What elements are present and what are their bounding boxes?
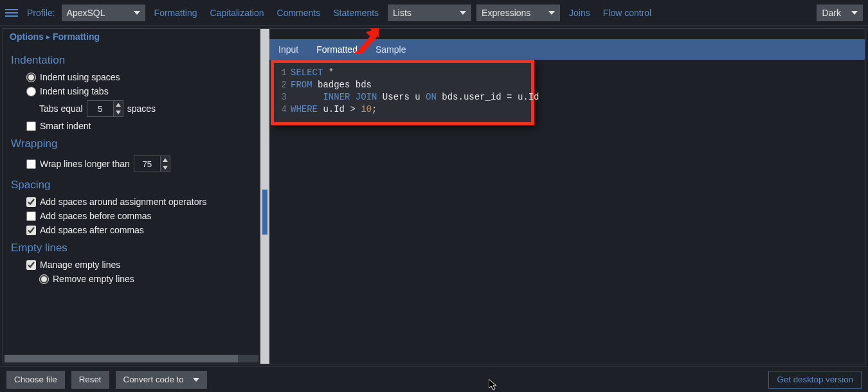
svg-marker-0 [116,103,121,107]
checkbox-wrap[interactable] [26,159,36,169]
opt-label: Indent using tabs [40,86,109,96]
spinner-up-icon[interactable] [161,156,170,164]
options-panel: Options ▸ Formatting Indentation Indent … [3,29,260,364]
profile-dropdown[interactable]: ApexSQL [62,4,145,21]
tab-formatted[interactable]: Formatted [315,42,359,57]
splitter[interactable] [260,29,269,364]
svg-marker-2 [163,158,168,162]
spinner-down-icon[interactable] [114,109,123,116]
radio-indent-spaces[interactable] [26,73,36,82]
nav-capitalization[interactable]: Capitalization [206,5,268,21]
get-desktop-button[interactable]: Get desktop version [768,371,862,389]
nav-joins[interactable]: Joins [565,5,594,21]
chevron-right-icon: ▸ [46,33,50,41]
theme-dropdown[interactable]: Dark [817,4,863,21]
editor-area: Input Formatted Sample 1SELECT *2FROM ba… [269,29,865,364]
chevron-down-icon [460,11,466,15]
opt-label: Remove empty lines [53,274,134,284]
opt-space-assign[interactable]: Add spaces around assignment operators [26,197,252,207]
opt-remove-empty[interactable]: Remove empty lines [39,274,252,284]
checkbox-manage-empty[interactable] [26,260,36,270]
bottombar: Choose file Reset Convert code to Get de… [0,366,868,392]
wrap-input[interactable] [134,156,160,172]
code-line: 3 INNER JOIN Users u ON bds.user_id = u.… [278,91,526,103]
tab-sample[interactable]: Sample [374,42,407,57]
spinner-up-icon[interactable] [114,101,123,109]
nav-comments[interactable]: Comments [273,5,325,21]
convert-dropdown[interactable]: Convert code to [116,371,207,389]
opt-manage-empty[interactable]: Manage empty lines [26,260,252,270]
opt-label: spaces [127,103,156,114]
horizontal-scrollbar[interactable] [5,355,258,362]
profile-label: Profile: [27,8,55,18]
tab-input[interactable]: Input [277,42,300,57]
splitter-handle-icon[interactable] [262,190,267,235]
convert-label: Convert code to [123,375,184,384]
chevron-down-icon [851,11,858,15]
chevron-down-icon [548,11,555,15]
expressions-dropdown[interactable]: Expressions [476,4,560,21]
checkbox-space-before-commas[interactable] [26,211,36,221]
lists-dropdown[interactable]: Lists [388,4,471,21]
editor-tabbar: Input Formatted Sample [269,39,865,60]
radio-remove-empty[interactable] [39,274,49,284]
chevron-down-icon [134,11,140,15]
nav-statements[interactable]: Statements [329,5,383,21]
opt-label: Wrap lines longer than [40,159,130,169]
options-scroll[interactable]: Indentation Indent using spaces Indent u… [3,45,260,355]
nav-flow-control[interactable]: Flow control [599,5,655,21]
opt-space-after-commas[interactable]: Add spaces after commas [26,225,252,235]
theme-value: Dark [822,8,841,18]
checkbox-space-after-commas[interactable] [26,226,36,235]
opt-label: Add spaces around assignment operators [40,197,206,207]
opt-label: Smart indent [40,121,91,131]
nav-formatting[interactable]: Formatting [150,5,201,21]
reset-button[interactable]: Reset [71,371,109,389]
breadcrumb-leaf: Formatting [53,31,100,42]
checkbox-space-assign[interactable] [26,197,36,207]
opt-indent-spaces[interactable]: Indent using spaces [26,72,252,82]
choose-file-button[interactable]: Choose file [6,371,65,389]
svg-marker-1 [116,111,121,114]
tabs-equal-input[interactable] [87,101,113,116]
tabs-equal-spinner[interactable] [87,100,123,117]
opt-label: Manage empty lines [40,260,120,270]
opt-wrap-lines[interactable]: Wrap lines longer than [26,156,252,172]
breadcrumb: Options ▸ Formatting [3,29,260,45]
code-line: 4WHERE u.Id > 10; [278,103,526,116]
opt-label: Indent using spaces [40,72,120,82]
section-spacing: Spacing [11,179,252,192]
breadcrumb-root[interactable]: Options [10,31,44,42]
profile-value: ApexSQL [67,8,105,18]
svg-marker-3 [163,166,168,170]
code-line: 2FROM badges bds [278,79,526,91]
opt-tabs-equal: Tabs equal spaces [39,100,252,117]
section-indentation: Indentation [11,54,252,67]
opt-space-before-commas[interactable]: Add spaces before commas [26,211,252,221]
checkbox-smart-indent[interactable] [26,121,36,131]
wrap-spinner[interactable] [134,156,170,172]
opt-smart-indent[interactable]: Smart indent [26,121,252,131]
code-highlight-box: 1SELECT *2FROM badges bds3 INNER JOIN Us… [271,60,534,125]
code-line: 1SELECT * [278,67,526,79]
opt-indent-tabs[interactable]: Indent using tabs [26,86,252,96]
opt-label: Tabs equal [39,103,83,114]
chevron-down-icon [193,378,199,382]
radio-indent-tabs[interactable] [26,87,36,96]
section-wrapping: Wrapping [11,138,252,150]
spinner-down-icon[interactable] [161,164,170,172]
main-region: Options ▸ Formatting Indentation Indent … [3,28,865,364]
menu-icon[interactable] [5,6,18,19]
section-empty-lines: Empty lines [11,242,252,254]
opt-label: Add spaces before commas [40,211,152,221]
lists-label: Lists [393,8,411,18]
expressions-label: Expressions [482,8,530,18]
opt-label: Add spaces after commas [40,225,144,235]
code-wrap: 1SELECT *2FROM badges bds3 INNER JOIN Us… [269,60,865,364]
topbar: Profile: ApexSQL Formatting Capitalizati… [0,0,868,26]
